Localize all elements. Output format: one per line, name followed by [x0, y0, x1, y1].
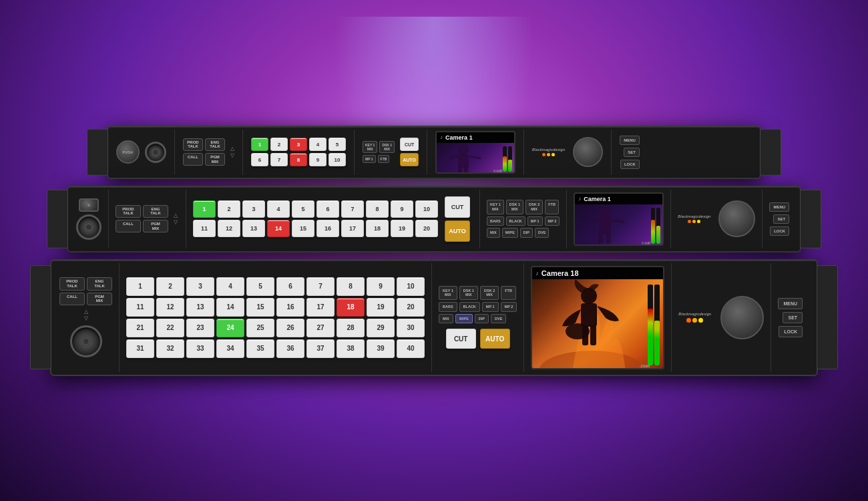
cam-btn-3-22[interactable]: 22 — [156, 319, 184, 337]
cam-btn-3-26[interactable]: 26 — [276, 319, 304, 337]
cam-btn-3-3[interactable]: 3 — [186, 277, 214, 296]
cam-btn-3-34[interactable]: 34 — [216, 339, 244, 358]
dip-btn-3[interactable]: DIP — [475, 314, 489, 324]
key1-mix-btn-1[interactable]: KEY 1MIX — [363, 141, 377, 153]
menu-btn-3[interactable]: MENU — [778, 298, 803, 309]
bars-btn-2[interactable]: BARS — [487, 216, 504, 226]
cam-btn-3-15[interactable]: 15 — [246, 298, 274, 317]
call-btn-2[interactable]: CALL — [116, 220, 141, 232]
cam-btn-2-17[interactable]: 17 — [341, 220, 364, 237]
main-knob-2[interactable] — [718, 200, 755, 237]
mp1-btn-3[interactable]: MP 1 — [482, 302, 499, 312]
cut-btn-1[interactable]: CUT — [400, 138, 419, 151]
nav-up-1[interactable]: △ — [230, 146, 234, 152]
cam-btn-3-40[interactable]: 40 — [397, 339, 425, 358]
ftb-btn-1[interactable]: FTB — [378, 155, 390, 163]
cam-btn-3-23[interactable]: 23 — [186, 319, 214, 337]
cam-btn-1-5[interactable]: 5 — [329, 138, 346, 151]
mp1-btn-2[interactable]: MP 1 — [527, 216, 543, 226]
lock-btn-2[interactable]: LOCK — [770, 226, 789, 236]
cam-btn-3-9[interactable]: 9 — [367, 277, 395, 296]
set-btn-1[interactable]: SET — [624, 148, 640, 157]
cam-btn-3-28[interactable]: 28 — [337, 319, 365, 337]
cam-btn-3-31[interactable]: 31 — [126, 339, 154, 358]
ftb-btn-3[interactable]: FTB — [501, 286, 516, 300]
cam-btn-2-19[interactable]: 19 — [391, 220, 413, 237]
mix-btn-2[interactable]: MIX — [487, 228, 500, 238]
cam-btn-3-27[interactable]: 27 — [306, 319, 335, 337]
auto-btn-1[interactable]: AUTO — [400, 153, 419, 166]
main-knob-3[interactable] — [720, 296, 764, 339]
cam-btn-2-11[interactable]: 11 — [193, 220, 216, 237]
cam-btn-3-12[interactable]: 12 — [156, 298, 184, 317]
cam-btn-2-9[interactable]: 9 — [391, 200, 413, 218]
cam-btn-3-7[interactable]: 7 — [306, 277, 335, 296]
mp2-btn-3[interactable]: MP 2 — [501, 302, 517, 312]
cam-btn-3-8[interactable]: 8 — [337, 277, 365, 296]
cam-btn-3-17[interactable]: 17 — [306, 298, 335, 317]
pgm-mix-btn-2[interactable]: PGMMIX — [143, 220, 168, 232]
black-btn-2[interactable]: BLACK — [506, 216, 525, 226]
cam-btn-3-32[interactable]: 32 — [156, 339, 184, 358]
cam-btn-3-25[interactable]: 25 — [246, 319, 274, 337]
cam-btn-3-36[interactable]: 36 — [276, 339, 304, 358]
cam-btn-2-10[interactable]: 10 — [415, 200, 438, 218]
cam-btn-2-2[interactable]: 2 — [218, 200, 240, 218]
cam-btn-3-11[interactable]: 11 — [126, 298, 154, 317]
cam-btn-3-37[interactable]: 37 — [306, 339, 335, 358]
cam-btn-3-19[interactable]: 19 — [367, 298, 395, 317]
cam-btn-3-6[interactable]: 6 — [276, 277, 304, 296]
cam-btn-2-5[interactable]: 5 — [292, 200, 314, 218]
dsk1-mix-btn-1[interactable]: DSK 1MIX — [379, 141, 395, 153]
cam-btn-2-8[interactable]: 8 — [366, 200, 389, 218]
cam-btn-3-35[interactable]: 35 — [246, 339, 274, 358]
mp1-btn-1[interactable]: MP 1 — [363, 155, 376, 163]
set-btn-2[interactable]: SET — [773, 214, 789, 224]
cam-btn-3-14[interactable]: 14 — [216, 298, 244, 317]
wipe-btn-3[interactable]: WIPE — [455, 314, 473, 324]
cam-btn-2-14[interactable]: 14 — [267, 220, 290, 237]
cam-btn-1-10[interactable]: 10 — [329, 153, 346, 166]
cam-btn-3-24[interactable]: 24 — [216, 319, 244, 337]
lock-btn-1[interactable]: LOCK — [620, 160, 640, 169]
cam-btn-2-18[interactable]: 18 — [366, 220, 389, 237]
dsk2-mix-btn-3[interactable]: DSK 2MIX — [480, 286, 499, 300]
cam-btn-2-3[interactable]: 3 — [242, 200, 265, 218]
eng-talk-btn-2[interactable]: ENGTALK — [143, 205, 168, 218]
dve-btn-2[interactable]: DVE — [535, 228, 549, 238]
push-knob-2[interactable]: ⊙ — [79, 198, 99, 212]
cam-btn-3-1[interactable]: 1 — [126, 277, 154, 296]
call-btn-1[interactable]: CALL — [183, 153, 203, 166]
dve-btn-3[interactable]: DVE — [491, 314, 506, 324]
pgm-mix-btn-1[interactable]: PGMMIX — [205, 153, 225, 166]
cam-btn-2-16[interactable]: 16 — [316, 220, 339, 237]
cam-btn-3-20[interactable]: 20 — [397, 298, 425, 317]
dsk1-mix-btn-3[interactable]: DSK 1MIX — [459, 286, 478, 300]
cam-btn-1-7[interactable]: 7 — [270, 153, 288, 166]
cam-btn-3-18[interactable]: 18 — [337, 298, 365, 317]
cam-btn-1-9[interactable]: 9 — [309, 153, 327, 166]
auto-btn-3[interactable]: AUTO — [480, 329, 510, 349]
cam-btn-3-30[interactable]: 30 — [397, 319, 425, 337]
prod-talk-btn-3[interactable]: PRODTALK — [59, 277, 85, 290]
cam-btn-1-8[interactable]: 8 — [290, 153, 307, 166]
cam-btn-3-2[interactable]: 2 — [156, 277, 184, 296]
prod-talk-btn-1[interactable]: PRODTALK — [183, 138, 203, 151]
cut-btn-3[interactable]: CUT — [446, 329, 476, 349]
key1-mix-btn-3[interactable]: KEY 1MIX — [439, 286, 457, 300]
cut-btn-2[interactable]: CUT — [445, 196, 470, 218]
cam-btn-1-1[interactable]: 1 — [251, 138, 268, 151]
nav-up-2[interactable]: △ — [174, 213, 178, 218]
cam-btn-2-7[interactable]: 7 — [341, 200, 364, 218]
auto-btn-2[interactable]: AUTO — [445, 220, 470, 242]
cam-btn-3-39[interactable]: 39 — [367, 339, 395, 358]
lock-btn-3[interactable]: LOCK — [779, 326, 803, 337]
menu-btn-1[interactable]: MENU — [620, 136, 640, 145]
push-knob-1[interactable]: PUSH — [116, 140, 140, 164]
dsk2-mix-btn-2[interactable]: DSK 2MIX — [525, 200, 543, 214]
cam-btn-2-4[interactable]: 4 — [267, 200, 290, 218]
cam-btn-3-13[interactable]: 13 — [186, 298, 214, 317]
nav-down-1[interactable]: ▽ — [230, 153, 234, 158]
cam-btn-2-12[interactable]: 12 — [218, 220, 240, 237]
cam-btn-3-16[interactable]: 16 — [276, 298, 304, 317]
